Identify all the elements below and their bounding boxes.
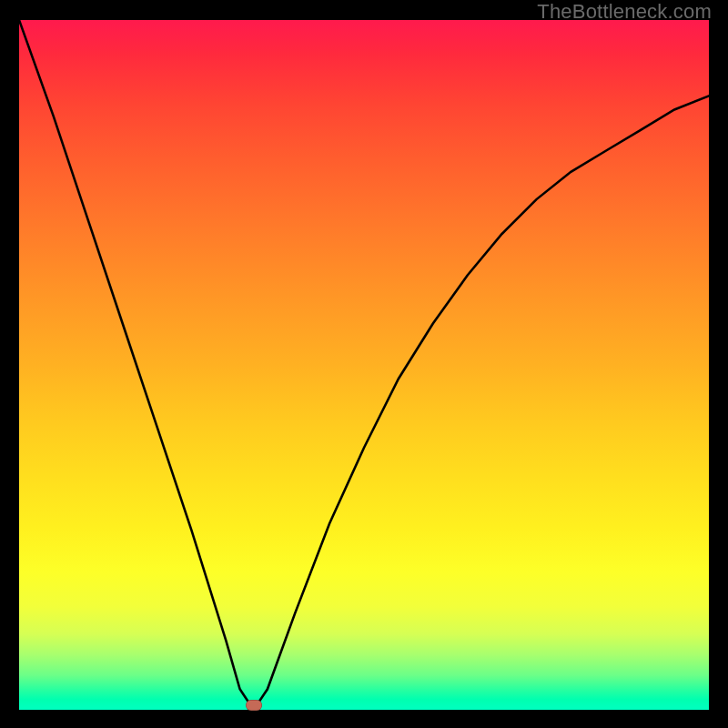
- curve-layer: [19, 20, 709, 710]
- watermark-text: TheBottleneck.com: [537, 0, 712, 24]
- bottleneck-curve: [19, 20, 709, 710]
- minimum-marker: [246, 700, 262, 711]
